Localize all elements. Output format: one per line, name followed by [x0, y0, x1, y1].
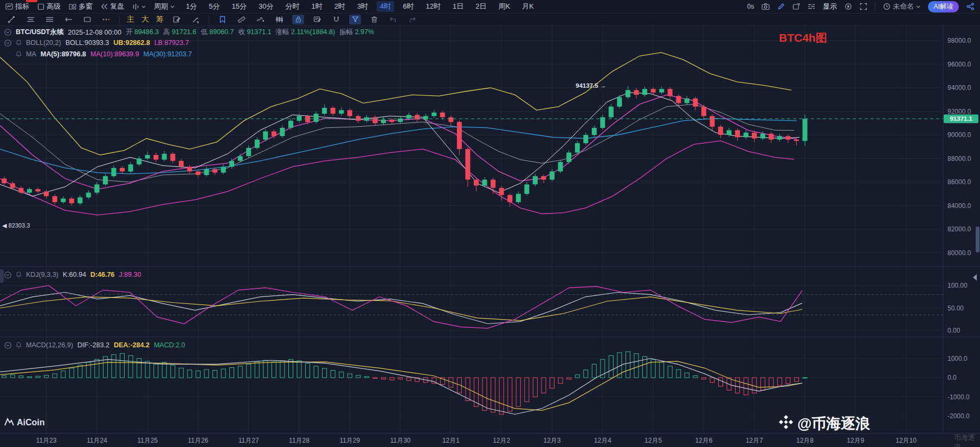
svg-text:12月5: 12月5: [644, 437, 662, 444]
symbol-name: BTC/USDT永续: [16, 28, 63, 37]
timeframe-分时[interactable]: 分时: [282, 1, 302, 12]
divider: [119, 16, 120, 23]
macd-value: MACD:2.0: [154, 341, 185, 349]
draw-button[interactable]: [777, 3, 785, 10]
magnet-tool[interactable]: [330, 15, 342, 24]
timeframe-1时[interactable]: 1时: [308, 1, 325, 12]
candle-pattern-tool[interactable]: [273, 15, 285, 24]
timeframe-15分[interactable]: 15分: [228, 1, 249, 12]
svg-text:12月3: 12月3: [543, 437, 560, 444]
alert-bell-icon[interactable]: [16, 271, 22, 278]
main-chart-button[interactable]: 主: [127, 15, 134, 24]
screenshot-button[interactable]: [762, 3, 770, 10]
watermark-text: @币海逐浪: [797, 414, 870, 433]
advanced-button[interactable]: 高级: [37, 2, 61, 11]
ai-analysis-button[interactable]: AI解读: [928, 1, 959, 12]
timeframe-周K[interactable]: 周K: [495, 1, 514, 12]
collapse-chevron-icon[interactable]: [4, 40, 11, 47]
chart-canvas[interactable]: 11月2311月2411月2511月2611月2711月2811月2911月30…: [0, 0, 980, 447]
ohlc-low: 低 89060.7: [201, 28, 234, 37]
notification-tag: [26, 0, 37, 2]
pane-collapse-handle[interactable]: [0, 269, 4, 283]
rectangle-tool[interactable]: [81, 15, 93, 24]
svg-text:12月2: 12月2: [493, 437, 510, 444]
horizontal-lines-tool[interactable]: [24, 15, 36, 24]
timeframe-4时[interactable]: 4时: [377, 1, 394, 12]
lock-tool[interactable]: [292, 15, 304, 24]
undo-button[interactable]: [387, 15, 399, 24]
delete-tool[interactable]: [368, 15, 380, 24]
replay-button[interactable]: 复盘: [101, 2, 124, 11]
pencil-plus-tool[interactable]: [190, 15, 202, 24]
boll-legend: BOLL(20,2) BOLL:90393.3 UB:92862.8 LB:87…: [4, 39, 189, 47]
svg-text:0.00: 0.00: [947, 327, 960, 334]
candle-datetime: 2025-12-08 00:00: [68, 29, 121, 36]
timeframe-1分[interactable]: 1分: [183, 1, 200, 12]
filter-tool[interactable]: [349, 15, 361, 24]
timeframe-1日[interactable]: 1日: [449, 1, 467, 12]
aicoin-logo: AiCoin: [4, 417, 45, 428]
kdj-k-value: K:60.94: [63, 271, 86, 278]
toolbar-right-group: 0s 显示 未命名 AI解读: [747, 1, 975, 12]
ohlc-open: 开 89486.3: [126, 28, 159, 37]
signature-tool[interactable]: [254, 15, 266, 24]
svg-text:1000.0: 1000.0: [947, 355, 968, 362]
ticker-legend: BTC/USDT永续 2025-12-08 00:00 开 89486.3 高 …: [4, 28, 374, 37]
bookmark-flag-tool[interactable]: [216, 15, 228, 24]
svg-text:91371.1: 91371.1: [950, 115, 972, 122]
alert-bell-icon[interactable]: [16, 40, 22, 46]
svg-text:11月28: 11月28: [289, 437, 310, 444]
list-settings-icon[interactable]: [808, 3, 815, 10]
ruler-tool[interactable]: [235, 15, 247, 24]
alert-bell-icon[interactable]: [16, 51, 22, 57]
timeframe-30分[interactable]: 30分: [255, 1, 276, 12]
multi-window-button[interactable]: 多窗: [69, 2, 93, 11]
svg-text:11月27: 11月27: [238, 437, 259, 444]
timeframe-2时[interactable]: 2时: [331, 1, 349, 12]
timeframe-12时[interactable]: 12时: [423, 1, 444, 12]
svg-text:11月29: 11月29: [339, 437, 360, 444]
collapse-chevron-icon[interactable]: [4, 342, 11, 349]
timeframe-3时[interactable]: 3时: [354, 1, 371, 12]
trend-line-tool[interactable]: [5, 15, 17, 24]
timeframe-月K[interactable]: 月K: [519, 1, 537, 12]
redo-button[interactable]: [406, 15, 418, 24]
collapse-chevron-icon[interactable]: [4, 29, 11, 36]
fullscreen-button[interactable]: [860, 3, 867, 10]
timeframe-2日[interactable]: 2日: [472, 1, 489, 12]
svg-text:12月7: 12月7: [746, 437, 763, 444]
macd-legend: MACD(12,26,9) DIF:-283.2 DEA:-284.2 MACD…: [4, 341, 185, 349]
period-button[interactable]: 周期: [154, 2, 175, 11]
diamond-logo-icon: [779, 415, 793, 433]
new-window-button[interactable]: [792, 3, 800, 10]
collapse-chevron-icon[interactable]: [4, 271, 11, 278]
kline-style-button[interactable]: [132, 3, 146, 10]
axis-collapse-arrow[interactable]: [973, 274, 977, 281]
note-edit-tool[interactable]: [171, 15, 183, 24]
layout-select[interactable]: 未命名: [883, 2, 920, 11]
large-chart-button[interactable]: 大: [141, 15, 149, 24]
amplitude-value: 振幅 2.97%: [339, 28, 374, 37]
macd-dea-value: DEA:-284.2: [114, 341, 150, 349]
timeframe-6时[interactable]: 6时: [399, 1, 417, 12]
target-button[interactable]: [844, 3, 852, 10]
display-button[interactable]: 显示: [823, 2, 837, 11]
vertical-scrollbar[interactable]: [976, 226, 979, 252]
ma10-value: MA(10):89639.9: [91, 50, 139, 58]
watermark-faint: 币海逐浪: [954, 433, 980, 447]
indicators-label: 指标: [15, 2, 29, 11]
clock-icon: [883, 3, 891, 10]
share-button[interactable]: [966, 3, 975, 10]
svg-text:92000.0: 92000.0: [947, 108, 971, 115]
parallel-lines-tool[interactable]: [43, 15, 55, 24]
chevron-down-icon: [170, 5, 175, 8]
indicators-button[interactable]: 指标: [5, 2, 29, 11]
more-tools-button[interactable]: [100, 15, 112, 24]
box-icon: [37, 3, 44, 10]
timeframe-5分[interactable]: 5分: [205, 1, 223, 12]
alert-bell-icon[interactable]: [16, 342, 22, 348]
form-edit-tool[interactable]: [311, 15, 323, 24]
svg-text:12月9: 12月9: [847, 437, 864, 444]
chips-distribution-button[interactable]: 筹: [156, 15, 164, 24]
arrow-tool[interactable]: [62, 15, 74, 24]
